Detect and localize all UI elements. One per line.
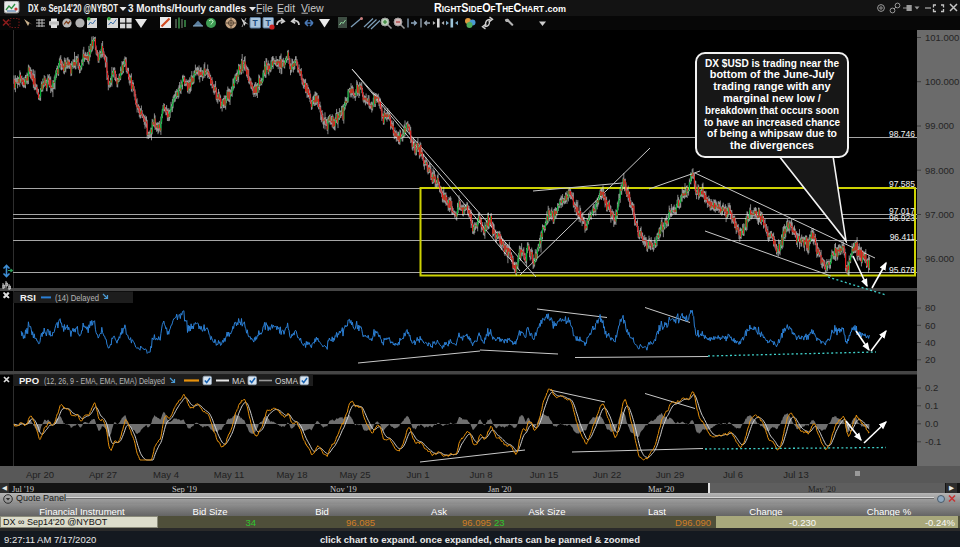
svg-text:DX $USD is trading near the: DX $USD is trading near the	[705, 57, 839, 69]
svg-text:.com: .com	[545, 4, 566, 14]
svg-text:80: 80	[925, 302, 936, 313]
svg-text:40: 40	[925, 337, 936, 348]
svg-text:98.000: 98.000	[925, 165, 954, 176]
svg-text:20: 20	[925, 354, 936, 365]
svg-text:98.746: 98.746	[889, 129, 915, 139]
svg-text:Edit: Edit	[277, 2, 295, 14]
svg-text:101.000: 101.000	[925, 32, 959, 43]
svg-text:3 Months/Hourly candles: 3 Months/Hourly candles	[128, 2, 246, 14]
svg-text:to have an increased chance: to have an increased chance	[704, 116, 840, 128]
svg-text:(14) Delayed: (14) Delayed	[55, 293, 99, 303]
svg-text:60: 60	[925, 320, 936, 331]
svg-text:marginal new low /: marginal new low /	[723, 92, 821, 104]
svg-text:RSI: RSI	[20, 292, 36, 303]
svg-text:96.923: 96.923	[889, 213, 915, 223]
svg-text:100.000: 100.000	[925, 76, 959, 87]
svg-text:trading range with any: trading range with any	[713, 80, 831, 92]
svg-text:97.000: 97.000	[925, 209, 954, 220]
svg-text:99.000: 99.000	[925, 120, 954, 131]
svg-text:File: File	[256, 2, 273, 14]
svg-text:(12, 26, 9 - EMA, EMA, EMA) De: (12, 26, 9 - EMA, EMA, EMA) Delayed	[44, 376, 165, 386]
svg-text:PPO: PPO	[19, 375, 39, 386]
svg-text:View: View	[301, 2, 324, 14]
svg-text:96.411: 96.411	[890, 232, 916, 242]
svg-text:DX ∞ Sep14'20 @NYBOT: DX ∞ Sep14'20 @NYBOT	[28, 2, 118, 14]
svg-text:0.2: 0.2	[925, 382, 938, 393]
svg-text:96.000: 96.000	[925, 253, 954, 264]
svg-text:breakdown that occurs soon: breakdown that occurs soon	[705, 104, 839, 116]
svg-text:of being a whipsaw due to: of being a whipsaw due to	[707, 127, 837, 139]
svg-text:the divergences: the divergences	[730, 139, 814, 151]
svg-text:bottom of the June-July: bottom of the June-July	[710, 68, 836, 80]
svg-text:0.0: 0.0	[925, 418, 938, 429]
svg-text:RIGHTSIDEOFTHECHART: RIGHTSIDEOFTHECHART	[434, 1, 544, 15]
svg-text:OsMA: OsMA	[275, 376, 298, 386]
svg-text:-0.1: -0.1	[925, 436, 941, 447]
svg-text:MA: MA	[232, 376, 245, 386]
svg-text:0.1: 0.1	[925, 400, 938, 411]
svg-text:T: T	[253, 18, 259, 28]
svg-text:95.676: 95.676	[889, 265, 915, 275]
svg-text:97.585: 97.585	[889, 179, 915, 189]
